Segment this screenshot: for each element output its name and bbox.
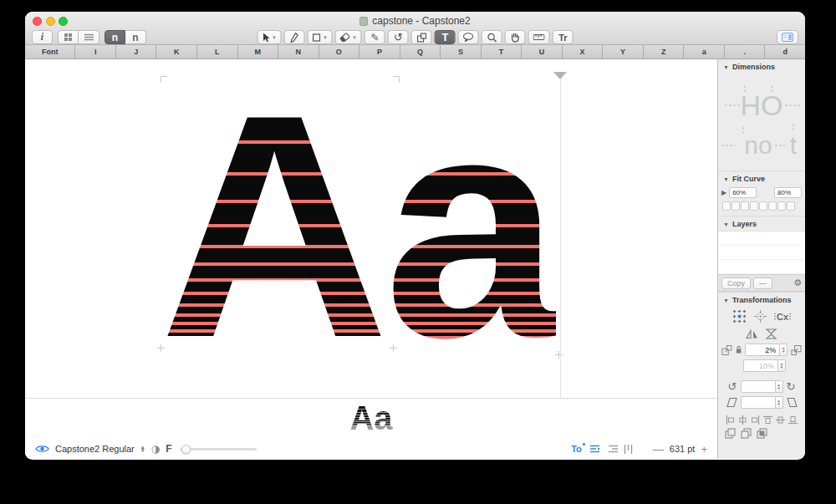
- pencil-tool-button[interactable]: ✎: [364, 30, 385, 44]
- flip-vertical-icon[interactable]: [765, 328, 777, 339]
- zoom-level[interactable]: 631 pt: [670, 444, 696, 454]
- sidebar-toggle-button[interactable]: [777, 30, 798, 44]
- transform-origin-grid-icon[interactable]: [732, 309, 747, 323]
- edit-canvas[interactable]: Aa: [25, 59, 717, 398]
- tab-y[interactable]: Y: [603, 45, 644, 59]
- align-center-vertical-icon[interactable]: [776, 415, 785, 425]
- skew-stepper[interactable]: ▲▼: [776, 396, 783, 409]
- advance-width-line[interactable]: [560, 79, 561, 398]
- fit-curve-segment-button[interactable]: [741, 201, 749, 211]
- fit-curve-segment-button[interactable]: [787, 201, 795, 211]
- zoom-tool-button[interactable]: [482, 30, 502, 44]
- boolean-intersect-icon[interactable]: [757, 428, 767, 439]
- tab-q[interactable]: Q: [400, 45, 441, 59]
- tab-n[interactable]: N: [278, 45, 319, 59]
- master-popup-stepper[interactable]: ▲▼: [140, 445, 145, 452]
- fit-curve-segment-button[interactable]: [777, 201, 786, 211]
- erase-tool-button[interactable]: ▼: [335, 30, 362, 44]
- copy-layer-button[interactable]: Copy: [721, 277, 751, 289]
- transform-metrics-icon[interactable]: Cx: [774, 312, 790, 322]
- fit-curve-min-input[interactable]: [729, 187, 757, 198]
- dimensions-section-header[interactable]: ▼Dimensions: [718, 59, 805, 74]
- tab-t[interactable]: T: [482, 45, 522, 59]
- eye-icon[interactable]: [35, 444, 49, 454]
- fit-curve-segment-button[interactable]: [759, 201, 767, 211]
- layers-section-header[interactable]: ▼Layers: [718, 216, 805, 231]
- fit-curve-segment-button[interactable]: [768, 201, 777, 211]
- scale-tool-button[interactable]: [411, 30, 432, 44]
- transform-reference-point-icon[interactable]: [753, 309, 767, 323]
- fit-curve-segment-button[interactable]: [722, 201, 731, 211]
- scale-x-input[interactable]: [745, 344, 780, 356]
- align-left-icon[interactable]: [726, 415, 735, 425]
- zoom-in-button[interactable]: +: [701, 443, 707, 456]
- rotate-ccw-icon[interactable]: ↺: [728, 381, 737, 392]
- draw-tool-button[interactable]: [284, 30, 305, 44]
- fit-curve-segment-button[interactable]: [732, 201, 740, 211]
- kerning-tool-button[interactable]: Tr: [553, 30, 573, 44]
- primitives-tool-button[interactable]: ▼: [308, 30, 333, 44]
- fit-curve-section-header[interactable]: ▼Fit Curve: [718, 171, 805, 186]
- flip-horizontal-icon[interactable]: [746, 328, 758, 339]
- select-tool-button[interactable]: ▼: [257, 30, 282, 44]
- spacing-toggle[interactable]: [590, 445, 601, 453]
- list-view-button[interactable]: [79, 30, 99, 44]
- tab-z[interactable]: Z: [644, 45, 685, 59]
- tab-j[interactable]: J: [116, 45, 157, 59]
- scale-down-icon[interactable]: [721, 344, 732, 356]
- scale-up-icon[interactable]: [791, 344, 802, 356]
- gear-icon[interactable]: ⚙: [793, 277, 802, 288]
- tab-u[interactable]: U: [522, 45, 563, 59]
- fit-curve-arrow-icon[interactable]: ▶: [721, 189, 726, 196]
- fit-curve-segment-button[interactable]: [750, 201, 758, 211]
- text-direction-vertical[interactable]: [624, 445, 633, 454]
- glyph-outline-Aa[interactable]: Aa: [160, 68, 556, 385]
- tab-x[interactable]: X: [563, 45, 604, 59]
- tab-o[interactable]: O: [319, 45, 360, 59]
- tab-k[interactable]: K: [156, 45, 197, 59]
- layer-row[interactable]: [718, 232, 805, 246]
- lock-icon[interactable]: [736, 345, 742, 354]
- zoom-out-button[interactable]: —: [653, 443, 664, 456]
- align-center-horizontal-icon[interactable]: [738, 415, 747, 425]
- text-direction-ltr[interactable]: [607, 445, 618, 453]
- grid-view-button[interactable]: [58, 30, 79, 44]
- tab-period[interactable]: .: [725, 45, 766, 59]
- skew-angle-input[interactable]: [741, 396, 776, 409]
- scale-x-stepper[interactable]: ▲▼: [780, 344, 788, 356]
- tab-i[interactable]: I: [75, 45, 116, 59]
- tab-p[interactable]: P: [359, 45, 400, 59]
- layer-row[interactable]: [718, 246, 805, 260]
- tab-l[interactable]: L: [197, 45, 238, 59]
- baseline-node-marker[interactable]: [555, 351, 563, 359]
- tab-m[interactable]: M: [238, 45, 279, 59]
- align-bottom-icon[interactable]: [788, 415, 798, 425]
- rotate-cw-icon[interactable]: ↻: [787, 381, 796, 392]
- show-master-button[interactable]: n: [125, 30, 146, 44]
- show-all-instances-button[interactable]: n: [104, 30, 125, 44]
- tab-font[interactable]: Font: [25, 45, 75, 59]
- measure-tool-button[interactable]: [528, 30, 550, 44]
- align-right-icon[interactable]: [751, 415, 760, 425]
- scale-y-stepper[interactable]: ▲▼: [778, 359, 786, 372]
- rotate-stepper[interactable]: ▲▼: [776, 380, 783, 393]
- annotate-tool-button[interactable]: [458, 30, 479, 44]
- skew-right-icon[interactable]: [787, 397, 798, 408]
- tab-a[interactable]: a: [684, 45, 725, 59]
- layer-row[interactable]: [718, 260, 805, 274]
- slider-knob[interactable]: [181, 445, 191, 454]
- tab-s[interactable]: S: [441, 45, 482, 59]
- kerning-toggle[interactable]: To: [571, 444, 584, 454]
- rotate-angle-input[interactable]: [741, 380, 776, 393]
- features-button[interactable]: F: [166, 443, 171, 455]
- rotate-tool-button[interactable]: ↺: [388, 30, 409, 44]
- boolean-subtract-icon[interactable]: [741, 428, 752, 439]
- fit-curve-max-input[interactable]: [774, 187, 802, 198]
- contrast-icon[interactable]: ◑: [151, 443, 160, 455]
- scale-y-input[interactable]: [743, 359, 778, 372]
- align-top-icon[interactable]: [763, 415, 772, 425]
- preview-size-slider[interactable]: [180, 444, 257, 454]
- hand-tool-button[interactable]: [505, 30, 526, 44]
- layers-list[interactable]: [718, 231, 805, 274]
- transformations-section-header[interactable]: ▼Transformations: [718, 292, 805, 307]
